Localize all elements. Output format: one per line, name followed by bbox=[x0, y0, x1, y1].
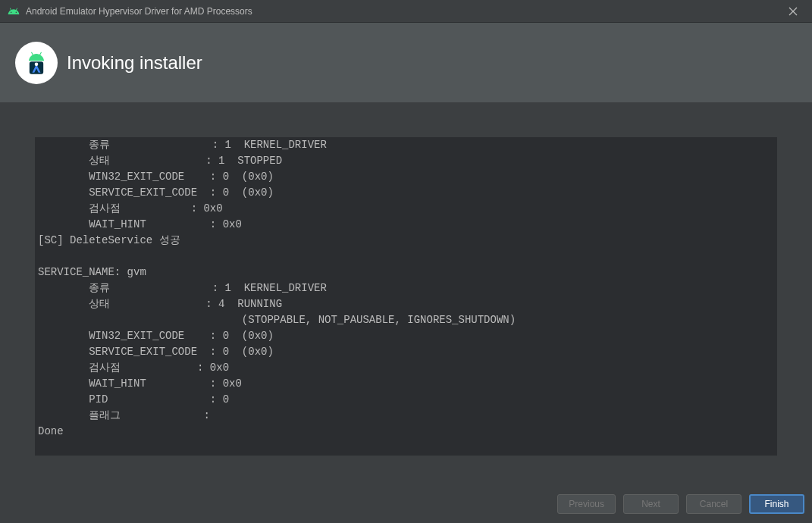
next-button: Next bbox=[623, 494, 679, 514]
finish-button[interactable]: Finish bbox=[749, 494, 804, 514]
title-bar: Android Emulator Hypervisor Driver for A… bbox=[0, 0, 812, 23]
window-title: Android Emulator Hypervisor Driver for A… bbox=[26, 6, 252, 17]
button-bar: Previous Next Cancel Finish bbox=[557, 494, 804, 514]
svg-point-3 bbox=[35, 62, 39, 66]
content-area: 종류 : 1 KERNEL_DRIVER 상태 : 1 STOPPED WIN3… bbox=[0, 102, 812, 456]
close-button[interactable] bbox=[782, 0, 804, 23]
header-panel: Invoking installer bbox=[0, 23, 812, 102]
console-output[interactable]: 종류 : 1 KERNEL_DRIVER 상태 : 1 STOPPED WIN3… bbox=[35, 137, 777, 456]
previous-button: Previous bbox=[557, 494, 616, 514]
android-studio-icon bbox=[15, 42, 58, 84]
android-icon bbox=[8, 5, 20, 17]
page-title: Invoking installer bbox=[67, 52, 202, 74]
cancel-button: Cancel bbox=[686, 494, 741, 514]
